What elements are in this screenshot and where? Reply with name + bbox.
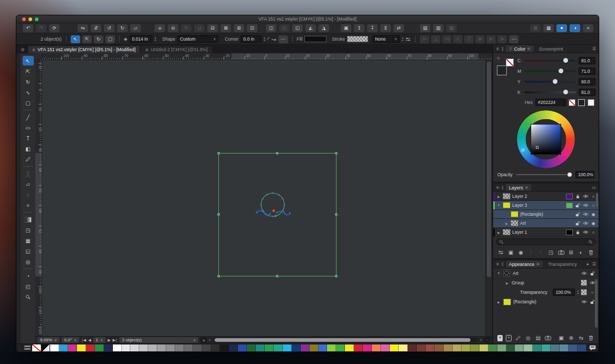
layer-name[interactable]: (Rectangle) — [520, 212, 573, 217]
corner-stepper[interactable]: ▴▾ — [264, 36, 265, 42]
slider-knob[interactable] — [563, 90, 568, 94]
union-button[interactable]: ⊎ — [155, 24, 165, 32]
layer-thumbnail[interactable] — [511, 211, 518, 217]
appearance-expander[interactable]: ▶ — [505, 281, 510, 285]
dial-tool[interactable]: ◔ — [23, 271, 34, 281]
color-swatch[interactable] — [381, 344, 390, 351]
document-tab-2[interactable]: ⊗Untitled-2 [CMYK] [@31.8%] — [141, 46, 212, 53]
title-bar[interactable]: VFA 151 vs2.vstyler [CMYK] [@5.1%] - [Mo… — [16, 15, 599, 23]
panel-grip-icon[interactable]: ∥ — [502, 262, 504, 266]
warp-tool[interactable]: ▱ — [23, 179, 34, 189]
slider-knob[interactable] — [559, 69, 563, 73]
opacity-slider[interactable] — [516, 174, 572, 175]
mask-button[interactable]: ◭ — [305, 24, 316, 32]
vertical-scrollbar-thumb[interactable] — [487, 62, 491, 277]
direct-select-toggle[interactable]: ⇱ — [82, 35, 92, 43]
twirl-tool[interactable]: ≈ — [23, 200, 34, 210]
knife-tool[interactable]: ╳ — [23, 169, 34, 178]
tab-color[interactable]: ⇕Color⊗ — [506, 45, 534, 52]
appearance-row[interactable]: ▼Art — [493, 269, 599, 278]
align-edge-button[interactable]: ⊦ — [453, 35, 463, 43]
panel-overflow-icon[interactable]: ▸ — [587, 262, 589, 266]
blob-tool[interactable]: ◌ — [23, 190, 34, 199]
white-swatch[interactable] — [588, 99, 594, 106]
layer-target-icon[interactable]: ○ — [590, 230, 597, 235]
channel-slider[interactable] — [524, 60, 576, 62]
visibility-eye-icon[interactable] — [582, 221, 589, 225]
layers-scrollbar-thumb[interactable] — [596, 193, 598, 207]
frame-tool[interactable]: ◳ — [23, 225, 34, 235]
stroke-width-dropdown[interactable]: None∨ — [372, 35, 400, 43]
add-attribute-button[interactable]: + — [506, 335, 512, 341]
layer-expander[interactable]: ▶ — [496, 195, 501, 198]
layer-target-icon[interactable]: ◉ — [590, 212, 597, 217]
color-swatch[interactable] — [435, 344, 444, 351]
color-swatch[interactable] — [462, 344, 470, 351]
layer-thumbnail[interactable] — [503, 193, 511, 199]
delete-layer-button[interactable] — [588, 250, 594, 255]
color-swatch[interactable] — [274, 344, 283, 351]
style-library-button[interactable]: ▤ — [535, 335, 542, 341]
artwork-preview[interactable] — [251, 189, 298, 226]
tab-screenprint[interactable]: Screenprint — [536, 45, 566, 52]
color-swatch[interactable] — [41, 344, 50, 351]
tolerance-stepper[interactable]: ▴▾ — [155, 36, 156, 42]
color-swatch[interactable] — [488, 344, 497, 351]
text-tool[interactable]: T — [23, 133, 34, 143]
divide-button[interactable]: ⊠ — [220, 24, 231, 32]
color-swatch[interactable] — [560, 344, 569, 351]
color-swatch[interactable] — [139, 344, 148, 351]
intersect-button[interactable]: ⊓ — [181, 24, 191, 32]
page-number-dropdown[interactable]: 1∨ — [93, 337, 106, 343]
next-page-button[interactable]: ▶ — [108, 338, 110, 342]
symbol-tool[interactable]: ◱ — [23, 246, 34, 256]
clone-tool[interactable]: ◎ — [23, 257, 34, 266]
edit-style-button[interactable] — [515, 336, 522, 341]
color-swatch[interactable] — [408, 344, 417, 351]
appearance-expander[interactable]: ▶ — [496, 300, 501, 304]
visibility-eye-icon[interactable] — [582, 203, 589, 207]
no-color-swatch[interactable] — [569, 99, 575, 106]
panel-grip-icon[interactable]: ∥ — [502, 46, 504, 51]
color-swatch[interactable] — [417, 344, 426, 351]
color-swatch[interactable] — [345, 344, 354, 351]
color-swatch[interactable] — [77, 344, 86, 351]
layer-artboard-button[interactable]: ◳ — [547, 250, 554, 255]
align-bottom-button[interactable]: ⊩ — [486, 35, 496, 43]
envelope-button[interactable]: ⊠ — [530, 24, 541, 32]
lock-icon[interactable] — [574, 194, 581, 199]
color-swatch[interactable] — [202, 344, 211, 351]
color-swatch[interactable] — [157, 344, 166, 351]
brush-tool[interactable] — [23, 155, 34, 164]
artboard-export-button[interactable]: ▧ — [446, 24, 457, 32]
color-swatch[interactable] — [515, 344, 524, 351]
saturation-square[interactable] — [531, 124, 561, 155]
selection-handle[interactable] — [276, 275, 278, 277]
panel-menu-icon[interactable]: ☰ — [592, 46, 596, 51]
corner-field[interactable]: 0.0 in — [241, 35, 262, 43]
align-more-button[interactable]: ⋯ — [509, 35, 518, 43]
horizontal-scrollbar[interactable] — [214, 338, 477, 342]
color-swatch[interactable] — [363, 344, 372, 351]
merge-button[interactable]: ⊡ — [247, 24, 257, 32]
pattern-button[interactable]: ▦ — [543, 24, 554, 32]
marquee-tool[interactable]: ▢ — [23, 98, 34, 108]
document-tab-1[interactable]: ⊗VFA 151 vs2.vstyler [CMYK] [@5.1%] - [M… — [28, 46, 140, 53]
visibility-eye-icon[interactable] — [581, 271, 587, 275]
layer-color-chip[interactable] — [566, 194, 573, 199]
rotate-select-toggle[interactable]: ↻ — [94, 35, 103, 43]
zoom-tool[interactable] — [23, 292, 34, 302]
appearance-expander[interactable]: ▼ — [496, 272, 501, 275]
appearance-scrollbar-thumb[interactable] — [595, 279, 598, 328]
line-tool[interactable]: ╱ — [23, 112, 34, 122]
status-preview-icon[interactable]: ◆ — [200, 337, 207, 343]
lock-open-icon[interactable] — [574, 212, 581, 217]
layer-name[interactable]: Layer 1 — [512, 229, 564, 235]
color-swatch[interactable] — [68, 344, 77, 351]
color-swatch[interactable] — [104, 344, 113, 351]
layer-thumbnail[interactable] — [511, 220, 518, 226]
align-middle-button[interactable]: ⊪ — [475, 35, 485, 43]
color-swatch[interactable] — [122, 344, 131, 351]
color-swatch[interactable] — [569, 344, 578, 351]
node-tool[interactable]: ⇱ — [23, 66, 34, 76]
